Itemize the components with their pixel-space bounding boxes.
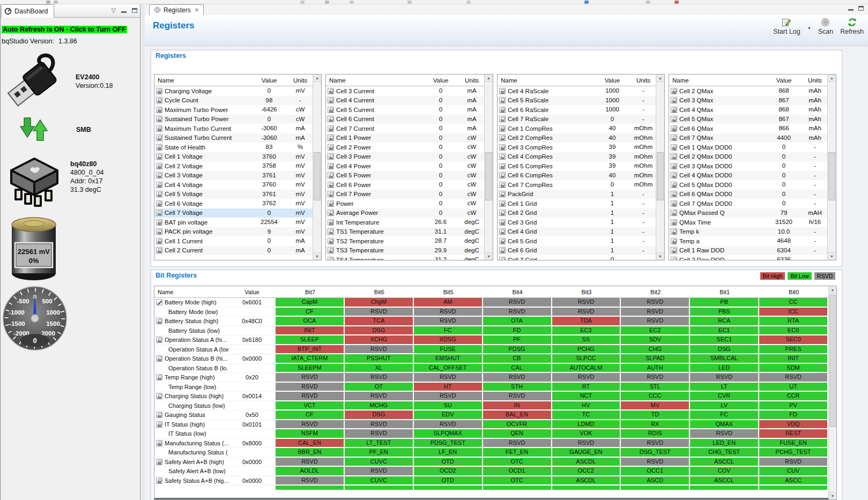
- register-row[interactable]: PACK pin voltage9mV: [154, 227, 321, 237]
- register-row[interactable]: Int Temperature26.6degC: [326, 218, 493, 227]
- bit-register-row[interactable]: Safety Alert A+B (high)0x0000RSVDCUVCOTD…: [154, 458, 828, 467]
- register-row[interactable]: Cell 6 QMax866mAh: [669, 124, 836, 133]
- scrollbar[interactable]: ▲▼: [484, 74, 493, 260]
- scroll-up-arrow[interactable]: ▲: [828, 74, 836, 82]
- register-row[interactable]: Cell 4 Current0mA: [326, 96, 493, 106]
- scrollbar[interactable]: ▲▼: [828, 286, 836, 499]
- register-row[interactable]: Cell 6 Grid1-: [498, 246, 664, 256]
- register-row[interactable]: Cell 3 Grid1-: [498, 218, 664, 227]
- scroll-thumb[interactable]: [314, 152, 321, 200]
- scroll-down-arrow[interactable]: ▼: [829, 492, 836, 499]
- register-row[interactable]: Cell 7 Voltage0mV: [154, 208, 321, 218]
- bit-register-row[interactable]: Battery Status (high)0x48C0OCATCARSVDOTA…: [154, 317, 828, 326]
- scroll-thumb[interactable]: [829, 295, 836, 427]
- register-row[interactable]: Cell 6 Power0cW: [326, 180, 493, 190]
- register-row[interactable]: Cell 4 QMax DOD00-: [669, 171, 836, 181]
- register-row[interactable]: Cell 5 CompRes39mOhm: [498, 161, 664, 171]
- bit-register-row[interactable]: [154, 486, 828, 490]
- register-row[interactable]: Maximum Turbo Power-6426cW: [154, 105, 321, 115]
- bit-register-row[interactable]: Safety Status A+B (hig...0x0000RSVDCUVCO…: [154, 476, 828, 486]
- register-row[interactable]: Cell 5 RaScale1000-: [498, 96, 664, 106]
- register-row[interactable]: Cell 1 Voltage3760mV: [154, 152, 321, 162]
- register-row[interactable]: Cell 4 Grid1-: [498, 227, 664, 237]
- auto-refresh-banner[interactable]: Auto Refresh is ON - Click to Turn OFF: [2, 26, 127, 33]
- register-row[interactable]: TS4 Temperature31.2degC: [326, 255, 493, 260]
- register-row[interactable]: Cell 4 RaScale1000-: [498, 86, 664, 96]
- register-row[interactable]: Cell 7 Current0mA: [326, 124, 493, 133]
- register-row[interactable]: Cell 6 Current0mA: [326, 115, 493, 124]
- scrollbar[interactable]: ▲▼: [313, 74, 321, 260]
- register-row[interactable]: Cell 5 Current0mA: [326, 105, 493, 115]
- register-row[interactable]: TS3 Temperature29.9degC: [326, 246, 493, 256]
- restore-icon[interactable]: [858, 6, 864, 11]
- bit-register-row[interactable]: Manufacturing Status (...0x8000CAL_ENLT_…: [154, 439, 828, 449]
- refresh-button[interactable]: Refresh: [840, 18, 864, 35]
- bit-register-row[interactable]: Battery Mode (high)0x6001CapMChgMAMRSVDR…: [154, 298, 828, 308]
- register-row[interactable]: PackGrid1-: [498, 190, 664, 199]
- register-row[interactable]: Cell 7 RaScale0-: [498, 115, 664, 124]
- view-menu-icon[interactable]: ▽: [112, 7, 116, 14]
- scroll-thumb[interactable]: [657, 152, 664, 200]
- scroll-thumb[interactable]: [828, 152, 835, 200]
- register-row[interactable]: Cell 7 QMax DOD00-: [669, 199, 836, 208]
- scroll-up-arrow[interactable]: ▲: [313, 74, 321, 82]
- register-row[interactable]: Cell 2 CompRes40mOhm: [498, 133, 664, 143]
- scroll-up-arrow[interactable]: ▲: [829, 286, 836, 294]
- register-row[interactable]: Sustained Turbo Power0cW: [154, 115, 321, 124]
- bit-register-row[interactable]: Battery Status (low)INITDSGFCFDEC3EC2EC1…: [154, 326, 828, 336]
- bit-register-row[interactable]: Battery Mode (low)CFRSVDRSVDRSVDRSVDRSVD…: [154, 308, 828, 317]
- register-row[interactable]: Cell 1 Raw DOD6304-: [669, 246, 836, 256]
- register-row[interactable]: Cell 5 QMax867mAh: [669, 115, 836, 124]
- scan-button[interactable]: Scan: [818, 18, 834, 35]
- scrollbar[interactable]: ▲▼: [827, 74, 836, 260]
- scroll-down-arrow[interactable]: ▼: [828, 252, 836, 260]
- bit-register-row[interactable]: Temp Range (low)RSVDOTHTSTHRTSTLLTUT: [154, 383, 828, 392]
- register-row[interactable]: Sustained Turbo Current-3060mA: [154, 133, 321, 143]
- register-row[interactable]: Cell 7 QMax4400mAh: [669, 133, 836, 143]
- register-row[interactable]: Cell 7 Grid0-: [498, 255, 664, 260]
- scroll-thumb[interactable]: [485, 152, 492, 200]
- register-row[interactable]: Cell 3 CompRes39mOhm: [498, 143, 664, 152]
- register-row[interactable]: Power0cW: [326, 199, 493, 208]
- start-log-dropdown-caret[interactable]: ▼: [807, 26, 811, 30]
- scroll-up-arrow[interactable]: ▲: [485, 74, 493, 82]
- register-row[interactable]: BAT pin voltage22554mV: [154, 218, 321, 227]
- register-row[interactable]: Cell 6 RaScale1000-: [498, 105, 664, 115]
- bit-register-row[interactable]: IT Status (high)0x0101RSVDRSVDRSVDOCVFRL…: [154, 420, 828, 430]
- register-row[interactable]: TS1 Temperature31.1degC: [326, 227, 493, 237]
- register-row[interactable]: Cell 6 Voltage3762mV: [154, 199, 321, 208]
- register-row[interactable]: State of Health83%: [154, 143, 321, 152]
- register-row[interactable]: Cell 1 Power0cW: [326, 133, 493, 143]
- register-row[interactable]: Cell 5 Grid1-: [498, 236, 664, 246]
- bit-register-row[interactable]: Manufacturing Status (...BBR_ENPF_ENLF_E…: [154, 448, 828, 458]
- register-row[interactable]: Cell 1 CompRes40mOhm: [498, 124, 664, 133]
- register-row[interactable]: Cell 5 Voltage3761mV: [154, 190, 321, 199]
- bit-register-row[interactable]: Safety Alert A+B (low)AOLDLRSVDOCD2OCD1O…: [154, 467, 828, 476]
- register-row[interactable]: Cell 3 Voltage3761mV: [154, 171, 321, 181]
- register-row[interactable]: QMax Time31520h/16: [669, 218, 836, 227]
- scroll-down-arrow[interactable]: ▼: [313, 252, 321, 260]
- start-log-button[interactable]: Start Log: [773, 18, 800, 35]
- bit-register-row[interactable]: Charging Status (low)VCTMCHGSUINHVMVLVPV: [154, 401, 828, 411]
- register-row[interactable]: Cell 7 CompRes0mOhm: [498, 180, 664, 190]
- register-row[interactable]: Cell 2 Raw DOD6336-: [669, 255, 836, 260]
- register-row[interactable]: Charging Voltage0mV: [154, 86, 321, 96]
- register-row[interactable]: Cell 2 Grid1-: [498, 208, 664, 218]
- register-row[interactable]: QMax Passed Q79mAH: [669, 208, 836, 218]
- scroll-up-arrow[interactable]: ▲: [656, 74, 664, 82]
- bit-register-row[interactable]: Operation Status B (lo...SLEEPMXLCAL_OFF…: [154, 364, 828, 374]
- register-row[interactable]: Cell 4 Voltage3760mV: [154, 180, 321, 190]
- scroll-down-arrow[interactable]: ▼: [485, 252, 493, 260]
- register-row[interactable]: Cell 3 Current0mA: [326, 86, 493, 96]
- minimize-icon[interactable]: [121, 8, 127, 13]
- register-row[interactable]: Cell 2 Voltage3758mV: [154, 161, 321, 171]
- register-row[interactable]: Cell 2 QMax868mAh: [669, 86, 836, 96]
- tab-registers[interactable]: Registers ✕: [149, 4, 204, 16]
- register-row[interactable]: Cycle Count98-: [154, 96, 321, 106]
- minimize-icon[interactable]: [848, 6, 854, 11]
- register-row[interactable]: Cell 2 Current0mA: [154, 246, 321, 256]
- register-row[interactable]: Cell 1 QMax DOD00-: [669, 143, 836, 152]
- register-row[interactable]: Cell 6 CompRes40mOhm: [498, 171, 664, 181]
- maximize-icon[interactable]: [132, 8, 137, 13]
- register-row[interactable]: Cell 4 CompRes39mOhm: [498, 152, 664, 162]
